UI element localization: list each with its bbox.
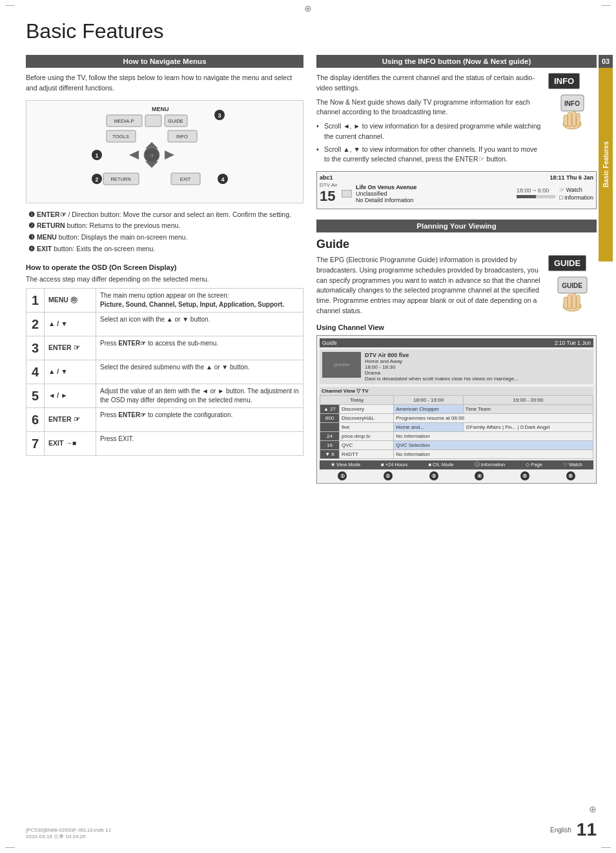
svg-text:☞: ☞ bbox=[150, 153, 154, 159]
preview-time: 18:00 - 18:30 bbox=[365, 364, 591, 370]
prog3-1: Home and... bbox=[394, 423, 464, 432]
osd-row-6: 6 ENTER ☞ Press ENTER☞ to complete the c… bbox=[26, 407, 303, 431]
guide-action-4: ⓘ Information bbox=[475, 462, 506, 468]
channel-thumbnail bbox=[342, 190, 352, 198]
footer-file: [PC530]BN68-02693F-00L10.indb 11 2010-03… bbox=[26, 827, 111, 840]
guide-header-right: 2:10 Tue 1 Jun bbox=[555, 340, 591, 346]
info-button-label: INFO bbox=[548, 73, 580, 89]
svg-rect-34 bbox=[564, 115, 568, 127]
osd-desc-6: Press ENTER☞ to complete the configurati… bbox=[96, 407, 303, 431]
svg-rect-5 bbox=[145, 115, 161, 127]
prog3-2: ⊙Family Affairs | Fiv... | ⊙Dark Angel bbox=[463, 423, 593, 432]
osd-key-1: MENU ㊞ bbox=[45, 288, 96, 312]
action-watch: ☞ Watch bbox=[559, 187, 593, 193]
osd-intro: The access step may differ depending on … bbox=[26, 275, 303, 283]
channel-bar-body: DTV Air 15 Life On Venus Avenue Unclassi… bbox=[320, 182, 593, 205]
page-title: Basic Features bbox=[26, 19, 597, 43]
info-section-header: Using the INFO button (Now & Next guide) bbox=[316, 55, 597, 68]
guide-col-time1: 18:00 - 19:00 bbox=[394, 396, 464, 405]
osd-row-5: 5 ◄ / ► Adjust the value of an item with… bbox=[26, 384, 303, 407]
channel-time: 18:11 Thu 6 Jan bbox=[549, 174, 593, 181]
guide-num-5: ⑤ bbox=[520, 471, 529, 480]
ch-num-1: ▲ 27 bbox=[320, 405, 340, 414]
ch-name-5: QVC bbox=[340, 441, 394, 450]
guide-bottom-bar: ★ View Mode ■ +24 Hours ■ Ch. Mode ⓘ Inf… bbox=[320, 460, 593, 469]
prog1-1: American Chopper bbox=[394, 405, 464, 414]
page-mark-tr bbox=[601, 5, 611, 6]
guide-channel-row-4: 24 price-drop.tv No Information bbox=[320, 432, 593, 441]
osd-key-5: ◄ / ► bbox=[45, 384, 96, 407]
info-hand-svg: INFO bbox=[548, 92, 597, 134]
step-3: ❸ MENU button: Displays the main on-scre… bbox=[26, 232, 303, 243]
osd-num-6: 6 bbox=[26, 407, 45, 431]
svg-rect-33 bbox=[577, 113, 580, 126]
osd-desc-3: Press ENTER☞ to access the sub-menu. bbox=[96, 336, 303, 360]
svg-text:RETURN: RETURN bbox=[110, 176, 130, 182]
guide-action-6: ☞ Watch bbox=[563, 462, 582, 468]
svg-text:TOOLS: TOOLS bbox=[112, 134, 128, 139]
step-1: ❶ ENTER☞ / Direction button: Move the cu… bbox=[26, 210, 303, 220]
osd-desc-2: Select an icon with the ▲ or ▼ button. bbox=[96, 312, 303, 336]
page-mark-bl bbox=[5, 847, 15, 848]
main-content: How to Navigate Menus Before using the T… bbox=[26, 55, 597, 813]
page-footer: [PC530]BN68-02693F-00L10.indb 11 2010-03… bbox=[26, 813, 597, 840]
prog1-2: Time Team bbox=[463, 405, 593, 414]
ch-name-2: DiscoveryH&L bbox=[340, 414, 394, 423]
guide-flex-container: The EPG (Electronic Programme Guide) inf… bbox=[316, 255, 597, 317]
svg-rect-41 bbox=[564, 297, 568, 309]
sidebar-label-area: Basic Features bbox=[599, 68, 613, 262]
osd-table: 1 MENU ㊞ The main menu option appear on … bbox=[26, 288, 303, 456]
crosshair-bottom-right: ⊕ bbox=[589, 804, 597, 814]
page: ⊕ Basic Features How to Navigate Menus B… bbox=[0, 0, 616, 853]
ch-num-4: 24 bbox=[320, 432, 340, 441]
page-mark-tl bbox=[5, 5, 15, 6]
guide-channel-row-5: 16 QVC QVC Selection bbox=[320, 441, 593, 450]
navigate-section-header: How to Navigate Menus bbox=[26, 55, 303, 68]
ch-name-6: R4DTT bbox=[340, 450, 394, 459]
guide-num-6: ⑥ bbox=[566, 471, 575, 480]
svg-text:1: 1 bbox=[95, 152, 98, 159]
svg-text:GUIDE: GUIDE bbox=[562, 282, 582, 289]
nav-intro-text: Before using the TV, follow the steps be… bbox=[26, 73, 303, 94]
osd-num-2: 2 bbox=[26, 312, 45, 336]
svg-text:2: 2 bbox=[95, 176, 98, 183]
guide-header-left: Guide bbox=[322, 340, 337, 346]
preview-thumbnail: preview bbox=[322, 352, 361, 378]
prog5-1: QVC Selection bbox=[394, 441, 593, 450]
osd-key-6: ENTER ☞ bbox=[45, 407, 96, 431]
guide-button-label: GUIDE bbox=[548, 255, 586, 271]
channel-station: abc1 bbox=[320, 174, 333, 181]
info-intro-p2: The Now & Next guide shows daily TV prog… bbox=[316, 98, 542, 118]
svg-text:preview: preview bbox=[334, 362, 350, 367]
channel-number-big: 15 bbox=[320, 188, 338, 205]
preview-desc: Dani is devastated when scott makes clea… bbox=[365, 376, 591, 382]
info-bullet-2: Scroll ▲, ▼ to view information for othe… bbox=[316, 145, 542, 165]
guide-channel-row-1: ▲ 27 Discovery American Chopper Time Tea… bbox=[320, 405, 593, 414]
info-intro-p1: The display identifies the current chann… bbox=[316, 73, 542, 94]
ch-num-2: 800 bbox=[320, 414, 340, 423]
info-button-section: Using the INFO button (Now & Next guide)… bbox=[316, 55, 597, 209]
osd-row-4: 4 ▲ / ▼ Select the desired submenu with … bbox=[26, 360, 303, 384]
svg-rect-31 bbox=[568, 112, 571, 127]
ch-num-5: 16 bbox=[320, 441, 340, 450]
channel-bar-actions: ☞ Watch □ Information bbox=[559, 187, 593, 201]
crosshair-top: ⊕ bbox=[304, 3, 312, 14]
channel-time-range: 18:00 ~ 6:00 bbox=[517, 187, 555, 200]
svg-text:MENU: MENU bbox=[152, 106, 169, 112]
guide-table-header-row: Today 18:00 - 19:00 19:00 - 20:00 bbox=[320, 396, 593, 405]
svg-rect-40 bbox=[577, 295, 580, 308]
svg-rect-39 bbox=[572, 293, 576, 309]
osd-desc-4: Select the desired submenu with the ▲ or… bbox=[96, 360, 303, 384]
guide-col-time2: 19:00 - 20:00 bbox=[463, 396, 593, 405]
guide-intro-text: The EPG (Electronic Programme Guide) inf… bbox=[316, 255, 542, 317]
svg-text:4: 4 bbox=[221, 176, 224, 183]
prog2-1: Programmes resume at 06:00 bbox=[394, 414, 593, 423]
ch-name-3: five bbox=[340, 423, 394, 432]
guide-channel-row-3: five Home and... ⊙Family Affairs | Fiv..… bbox=[320, 423, 593, 432]
guide-action-5: ◇ Page bbox=[526, 462, 542, 468]
svg-text:INFO: INFO bbox=[564, 100, 580, 107]
preview-genre: Drama bbox=[365, 370, 591, 376]
guide-numbered-labels: ① ② ③ ④ ⑤ ⑥ bbox=[320, 471, 593, 480]
svg-text:EXIT: EXIT bbox=[180, 176, 191, 182]
osd-row-3: 3 ENTER ☞ Press ENTER☞ to access the sub… bbox=[26, 336, 303, 360]
